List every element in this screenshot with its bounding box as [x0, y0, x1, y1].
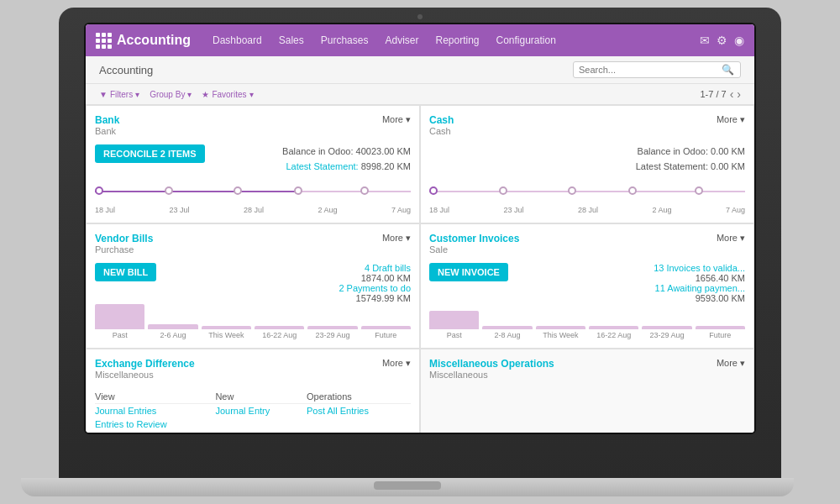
- vendor-more-btn[interactable]: More: [382, 233, 411, 244]
- bar-1622: [255, 326, 304, 329]
- favorites-arrow: ▾: [249, 90, 254, 99]
- exchange-table: View New Operations Journal Entries Jour…: [95, 390, 411, 431]
- misc-title[interactable]: Miscellaneous Operations: [429, 358, 554, 370]
- favorites-label: Favorites: [212, 90, 246, 99]
- exchange-diff-card: Exchange Difference Miscellaneous More V…: [86, 349, 420, 433]
- exchange-title[interactable]: Exchange Difference: [95, 358, 195, 370]
- cust-label-2329: 23-29 Aug: [649, 331, 684, 339]
- nav-adviser[interactable]: Adviser: [376, 24, 427, 56]
- vendor-bills-card: Vendor Bills Purchase More NEW BILL 4 Dr…: [86, 223, 420, 349]
- post-all-link[interactable]: Post All Entries: [307, 406, 369, 416]
- bank-more-btn[interactable]: More: [382, 114, 411, 125]
- settings-icon[interactable]: ⚙: [717, 34, 727, 47]
- cash-title[interactable]: Cash: [429, 114, 454, 126]
- cash-date-3: 28 Jul: [578, 206, 598, 214]
- timeline-dot-5: [360, 186, 369, 195]
- exchange-more-btn[interactable]: More: [382, 358, 411, 369]
- star-icon: ★: [202, 90, 209, 99]
- cust-bar-val-28: [482, 326, 532, 329]
- bar-label-2329: 23-29 Aug: [315, 331, 349, 339]
- cash-balance-label: Balance in Odoo:: [638, 146, 708, 156]
- table-row-2: Entries to Review: [95, 417, 411, 431]
- cust-label-past: Past: [447, 331, 462, 339]
- nav-purchases[interactable]: Purchases: [312, 24, 377, 56]
- journal-entries-link[interactable]: Journal Entries: [95, 406, 156, 416]
- nav-dashboard[interactable]: Dashboard: [204, 24, 270, 56]
- latest-statement-label[interactable]: Latest Statement:: [286, 161, 358, 171]
- customer-bar-chart: Past 2-8 Aug This Week 16-22 Aug 23-29 A…: [429, 310, 745, 339]
- group-by-btn[interactable]: Group By ▾: [150, 90, 192, 99]
- cash-date-5: 7 Aug: [726, 206, 745, 214]
- misc-more-btn[interactable]: More: [717, 358, 745, 369]
- payments-link[interactable]: 2 Payments to do: [339, 283, 411, 293]
- vendor-content-row: NEW BILL 4 Draft bills 1874.00 KM 2 Paym…: [95, 263, 411, 303]
- vendor-bar-26: 2-6 Aug: [148, 324, 197, 339]
- cust-label-1622: 16-22 Aug: [596, 331, 631, 339]
- balance-odoo-label: Balance in Odoo:: [282, 146, 353, 156]
- cust-label-week: This Week: [543, 331, 578, 339]
- draft-bills-link[interactable]: 4 Draft bills: [339, 263, 411, 273]
- balance-odoo-value: 40023.00 KM: [356, 146, 411, 156]
- vendor-subtitle: Purchase: [95, 244, 153, 255]
- bar-label-past: Past: [113, 331, 128, 339]
- filters-arrow: ▾: [135, 90, 139, 99]
- invoices-link[interactable]: 13 Invoices to valida...: [654, 263, 745, 273]
- bank-timeline: 18 Jul 23 Jul 28 Jul 2 Aug 7 Aug: [95, 181, 411, 214]
- col-new: New: [215, 390, 307, 404]
- nav-reporting[interactable]: Reporting: [427, 24, 487, 56]
- journal-entry-link[interactable]: Journal Entry: [215, 406, 270, 416]
- vendor-bar-chart: Past 2-6 Aug This Week 16-22 Aug 23-29 A…: [95, 310, 411, 339]
- vendor-title[interactable]: Vendor Bills: [95, 233, 153, 244]
- bar-label-future: Future: [375, 331, 396, 339]
- reconcile-btn[interactable]: RECONCILE 2 ITEMS: [95, 144, 205, 163]
- cash-dot-3: [568, 186, 576, 195]
- search-box[interactable]: 🔍: [573, 61, 741, 78]
- prev-page-btn[interactable]: ‹: [730, 87, 734, 101]
- awaiting-link[interactable]: 11 Awaiting paymen...: [654, 283, 745, 293]
- search-input[interactable]: [579, 65, 722, 75]
- cash-more-btn[interactable]: More: [717, 114, 745, 125]
- nav-sales[interactable]: Sales: [270, 24, 312, 56]
- filter-bar: ▼ Filters ▾ Group By ▾ ★ Favorites ▾: [86, 84, 754, 105]
- bar-label-26: 2-6 Aug: [160, 331, 186, 339]
- app-logo[interactable]: Accounting: [96, 33, 191, 49]
- vendor-bar-week: This Week: [202, 326, 251, 339]
- cust-bar-28: 2-8 Aug: [482, 326, 532, 339]
- row2-new: [215, 417, 307, 431]
- new-bill-btn[interactable]: NEW BILL: [95, 263, 156, 281]
- cust-bar-val-week: [536, 326, 585, 329]
- customer-title[interactable]: Customer Invoices: [429, 233, 519, 244]
- new-invoice-btn[interactable]: NEW INVOICE: [429, 263, 508, 281]
- bank-title[interactable]: Bank: [95, 114, 119, 126]
- cash-dot-2: [499, 186, 507, 195]
- cash-balance-info: Balance in Odoo: 0.00 KM Latest Statemen…: [636, 144, 745, 174]
- cust-bar-val-future: [696, 326, 745, 329]
- cust-bar-val-2329: [642, 326, 691, 329]
- bank-card: Bank Bank More RECONCILE 2 ITEMS Balance…: [86, 105, 420, 223]
- bar-past: [95, 304, 144, 329]
- bar-2329: [307, 326, 357, 329]
- bank-balance-info: Balance in Odoo: 40023.00 KM Latest Stat…: [282, 144, 411, 174]
- user-icon[interactable]: ◉: [734, 34, 744, 47]
- app-name: Accounting: [117, 33, 191, 48]
- customer-more-btn[interactable]: More: [717, 233, 745, 244]
- entries-review-link[interactable]: Entries to Review: [95, 419, 167, 429]
- vendor-draft-info: 4 Draft bills 1874.00 KM 2 Payments to d…: [339, 263, 411, 303]
- cust-bar-2329: 23-29 Aug: [642, 326, 691, 339]
- cash-card: Cash Cash More Balance in Odoo: 0.00 KM …: [420, 105, 754, 223]
- customer-subtitle: Sale: [429, 244, 519, 255]
- nav-configuration[interactable]: Configuration: [488, 24, 564, 56]
- cash-dot-1: [429, 186, 438, 195]
- filter-controls: ▼ Filters ▾ Group By ▾ ★ Favorites ▾: [99, 90, 254, 99]
- subheader-right: 🔍: [573, 61, 741, 78]
- mail-icon[interactable]: ✉: [700, 34, 710, 47]
- customer-draft-info: 13 Invoices to valida... 1656.40 KM 11 A…: [654, 263, 745, 303]
- bar-future: [361, 326, 411, 329]
- bar-label-week: This Week: [208, 331, 244, 339]
- tl-date-5: 7 Aug: [391, 206, 411, 214]
- next-page-btn[interactable]: ›: [737, 87, 741, 101]
- favorites-btn[interactable]: ★ Favorites ▾: [202, 90, 253, 99]
- vendor-bar-future: Future: [361, 326, 411, 339]
- app-container: Accounting Dashboard Sales Purchases Adv…: [86, 24, 754, 433]
- filters-btn[interactable]: ▼ Filters ▾: [99, 90, 139, 99]
